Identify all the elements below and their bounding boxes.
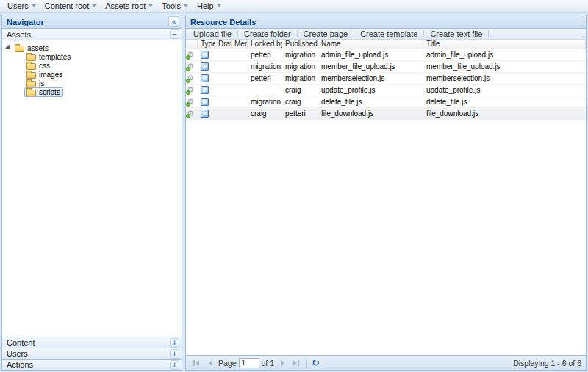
main-area: Navigator « Assets − assets templatescss…	[0, 13, 588, 372]
resource-details-title: Resource Details	[190, 18, 256, 26]
cell-name: memberselection.js	[318, 73, 423, 84]
page-of-label: of 1	[262, 359, 275, 368]
cell-published-by: migration	[282, 49, 318, 60]
tree-node-box: templates	[24, 52, 74, 62]
cell-title: member_file_upload.js	[423, 61, 586, 72]
menu-help[interactable]: Help	[193, 1, 226, 12]
prev-page-button[interactable]	[204, 358, 216, 368]
document-type-icon	[201, 110, 209, 118]
gear-icon[interactable]: ⚙	[187, 74, 194, 82]
tree-node-label: scripts	[39, 88, 60, 96]
cell-draft	[215, 73, 232, 84]
create-template-button[interactable]: Create template	[354, 29, 423, 38]
navigator-panel: Navigator « Assets − assets templatescss…	[1, 15, 182, 371]
cell-actions: ⚙	[186, 96, 198, 107]
table-row[interactable]: ⚙petterimigrationmemberselection.jsmembe…	[186, 73, 586, 85]
column-header-title[interactable]: Title	[423, 40, 586, 49]
last-page-button[interactable]	[290, 358, 302, 368]
tree-node-box: images	[24, 70, 65, 79]
menu-content-root[interactable]: Content root	[40, 1, 101, 12]
panel-label: Content	[7, 338, 35, 347]
tree-node-label: js	[39, 79, 44, 87]
cell-published-by: craig	[282, 85, 318, 96]
folder-icon	[26, 72, 36, 79]
table-row[interactable]: ⚙craigpetterifile_download.jsfile_downlo…	[186, 108, 586, 120]
cell-draft	[215, 49, 232, 60]
tree-node-css[interactable]: css	[2, 61, 182, 70]
folder-icon	[26, 63, 36, 70]
gear-icon[interactable]: ⚙	[187, 62, 194, 71]
cell-menu	[232, 108, 248, 119]
table-row[interactable]: ⚙migrationcraigdelete_file.jsdelete_file…	[186, 96, 586, 108]
column-header-locked-by[interactable]: Locked by	[248, 40, 282, 49]
tree-node-images[interactable]: images	[2, 70, 182, 79]
grid-empty-area	[186, 120, 586, 355]
assets-section-label: Assets	[7, 30, 31, 39]
refresh-icon[interactable]: ↻	[312, 358, 320, 368]
create-text-file-button[interactable]: Create text file	[424, 29, 488, 38]
panel-header-content[interactable]: Content+	[2, 337, 182, 348]
cell-type	[198, 96, 215, 107]
column-header-name[interactable]: Name	[318, 40, 423, 49]
column-header-draft[interactable]: Draft	[215, 40, 232, 49]
table-row[interactable]: ⚙migrationmigrationmember_file_upload.js…	[186, 61, 586, 73]
tree-node-scripts[interactable]: scripts	[2, 87, 182, 96]
menu-assets-root[interactable]: Assets root	[101, 1, 157, 12]
tree-node-box: js	[24, 79, 47, 88]
gear-icon[interactable]: ⚙	[187, 98, 194, 106]
cell-name: member_file_upload.js	[318, 61, 423, 72]
assets-section-header[interactable]: Assets −	[2, 29, 182, 40]
collapse-minus-icon[interactable]: −	[170, 29, 179, 39]
panel-header-users[interactable]: Users+	[2, 348, 182, 359]
tree-node-assets-root[interactable]: assets	[2, 43, 182, 52]
menu-label: Content root	[45, 1, 90, 10]
cell-draft	[215, 96, 232, 107]
create-page-button[interactable]: Create page	[298, 29, 354, 38]
chevron-down-icon	[148, 4, 153, 7]
next-page-button[interactable]	[276, 358, 288, 368]
column-header-menu[interactable]: Menu	[232, 40, 248, 49]
cell-name: delete_file.js	[318, 96, 423, 107]
cell-locked-by: petteri	[248, 49, 282, 60]
gear-icon[interactable]: ⚙	[187, 110, 194, 118]
expand-arrow-icon[interactable]	[5, 44, 12, 51]
cell-published-by: migration	[282, 61, 318, 72]
cell-menu	[232, 73, 248, 84]
first-page-button[interactable]	[190, 358, 202, 368]
page-label: Page	[218, 359, 237, 368]
tree-node-label: assets	[27, 44, 49, 52]
collapse-left-icon[interactable]: «	[168, 16, 179, 27]
column-header-published-by[interactable]: Published by	[282, 40, 318, 49]
document-type-icon	[201, 74, 209, 82]
chevron-down-icon	[92, 4, 96, 7]
cell-actions: ⚙	[186, 73, 198, 84]
cell-type	[198, 49, 215, 60]
assets-tree: assets templatescssimagesjsscripts	[2, 40, 182, 337]
column-header-icon[interactable]	[186, 40, 198, 49]
panel-header-actions[interactable]: Actions+	[2, 359, 182, 370]
tree-node-templates[interactable]: templates	[2, 52, 182, 61]
menu-users[interactable]: Users	[3, 1, 40, 12]
tree-node-label: images	[39, 71, 62, 79]
cell-type	[198, 108, 215, 119]
cell-locked-by: migration	[248, 96, 282, 107]
gear-icon[interactable]: ⚙	[187, 86, 194, 94]
tree-node-js[interactable]: js	[2, 79, 182, 87]
document-type-icon	[201, 86, 209, 94]
expand-plus-icon[interactable]: +	[170, 349, 179, 359]
expand-plus-icon[interactable]: +	[170, 360, 179, 370]
grid-body: ⚙petterimigrationadmin_file_upload.jsadm…	[186, 49, 586, 120]
displaying-status: Displaying 1 - 6 of 6	[513, 359, 581, 368]
upload-file-button[interactable]: Upload file	[187, 29, 237, 38]
table-row[interactable]: ⚙petterimigrationadmin_file_upload.jsadm…	[186, 49, 586, 61]
navigator-title: Navigator	[7, 18, 44, 26]
column-header-type[interactable]: Type	[198, 40, 215, 49]
table-row[interactable]: ⚙craigupdate_profile.jsupdate_profile.js	[186, 85, 586, 96]
gear-icon[interactable]: ⚙	[187, 51, 194, 59]
create-folder-button[interactable]: Create folder	[238, 29, 297, 38]
tree-node-label: templates	[39, 53, 71, 61]
menu-tools[interactable]: Tools	[157, 1, 193, 12]
expand-plus-icon[interactable]: +	[170, 338, 179, 348]
folder-icon	[15, 46, 24, 52]
page-number-input[interactable]	[239, 358, 259, 368]
